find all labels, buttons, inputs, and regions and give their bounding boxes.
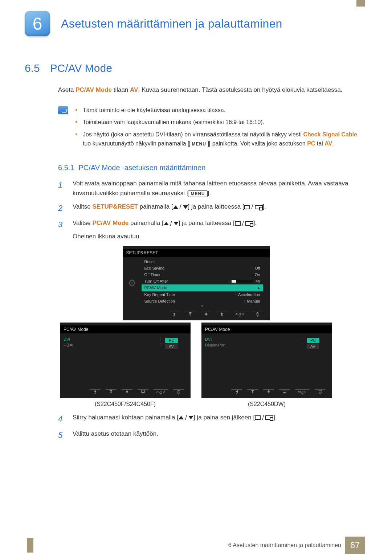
intro-text: Aseta [58,86,75,93]
subsection-number: 6.5.1 [58,164,74,172]
enter-source-icon: / [244,202,263,212]
nav-auto[interactable]: AUTO [154,389,168,395]
note-icon [58,106,68,114]
osd-setup-reset: SETUP&RESET ⚙ Reset Eco Saving: Off Off … [123,246,270,320]
value: On [255,272,260,277]
intro-text: . Kuvaa suurennetaan. Tästä asetuksesta … [138,86,342,93]
option-av[interactable]: AV [165,344,177,349]
note-item: Toimitetaan vain laajakuvamallien mukana… [75,118,367,127]
section-heading: 6.5 PC/AV Mode [25,62,367,74]
label: AUTO [156,390,165,393]
step-number: 5 [58,429,65,442]
nav-up-icon[interactable] [263,389,274,395]
nav-enter-icon[interactable] [279,389,290,395]
enter-source-icon: / [255,413,273,423]
step-text: Valittu asetus otetaan käyttöön. [73,429,367,442]
osd-item-eco-saving[interactable]: Eco Saving: Off [142,265,263,271]
source-dvi[interactable]: DVI [205,336,302,342]
osd-pcav-right: PC/AV Mode DVI: DisplayPort: PC AV [201,323,332,398]
text: ] ja paina laitteessa [ [179,219,235,226]
nav-power-icon[interactable] [252,312,263,317]
nav-up-icon[interactable] [122,389,132,395]
nav-auto[interactable]: AUTO [233,312,247,317]
kw-av: AV [324,140,332,147]
nav-left-icon[interactable] [169,312,180,317]
option-pc[interactable]: PC [307,338,319,343]
label: PC/AV Mode [144,286,167,290]
mode-options: PC AV [165,336,191,386]
osd-item-key-repeat[interactable]: Key Repeat Time: Acceleration [142,291,263,298]
text: ]. [273,414,277,421]
kw-av: AV [130,86,138,93]
kw-pcavmode: PC/AV Mode [93,219,129,226]
step-text: Valitse SETUP&RESET painamalla [/] ja pa… [73,202,367,214]
step-extra: Oheinen ikkuna avautuu. [73,231,367,241]
osd-title: SETUP&RESET [123,249,270,257]
note-item: Jos näyttö (joka on asetettu DVI-tilaan)… [75,130,367,148]
option-pc[interactable]: PC [165,338,178,343]
menu-button-chip: MENU [188,190,207,197]
section-title: PC/AV Mode [50,62,112,74]
label: Turn Off After [144,279,168,283]
nav-power-icon[interactable] [173,389,184,395]
value: Acceleration [238,292,260,297]
note-block: Tämä toiminto ei ole käytettävissä analo… [58,106,367,151]
footer-chapter: 6 Asetusten määrittäminen ja palauttamin… [228,542,345,549]
osd-nav-bar: AUTO [123,309,270,320]
nav-up-icon[interactable] [201,312,212,317]
osd-item-turn-off-after[interactable]: Turn Off After: 4h [142,278,263,284]
nav-left-icon[interactable] [231,389,242,395]
text: Valitse [73,219,93,226]
note-text: Jos näyttö (joka on asetettu DVI-tilaan)… [83,131,303,138]
step-number: 2 [58,202,65,214]
caption-right: (S22C450DW) [201,401,332,407]
text: ]. [208,190,211,197]
step-3: 3 Valitse PC/AV Mode painamalla [/] ja p… [58,218,367,241]
subsection-heading: 6.5.1 PC/AV Mode -asetuksen määrittämine… [58,164,367,172]
text: ] ja paina sen jälkeen [ [193,414,255,421]
nav-down-icon[interactable] [247,389,258,395]
text: painamalla [ [128,219,163,226]
source-hdmi[interactable]: HDMI [64,342,160,348]
text: ]. [253,219,257,226]
nav-left-icon[interactable] [90,389,101,395]
step-4: 4 Siirry haluamaasi kohtaan painamalla [… [58,413,367,425]
chapter-title: Asetusten määrittäminen ja palauttaminen [61,17,282,30]
osd-nav-bar: AUTO [201,387,332,397]
nav-down-icon[interactable] [106,389,117,395]
osd-pcav-left: PC/AV Mode DVI: HDMI: PC AV [60,323,191,398]
nav-power-icon[interactable] [315,389,326,395]
step-5: 5 Valittu asetus otetaan käyttöön. [58,429,367,442]
text: ] ja paina laitteessa [ [188,203,244,210]
step-2: 2 Valitse SETUP&RESET painamalla [/] ja … [58,202,367,214]
page-number: 67 [345,537,365,554]
source-displayport[interactable]: DisplayPort [205,342,302,348]
page: 6 Asetusten määrittäminen ja palauttamin… [0,0,392,442]
osd-item-off-timer[interactable]: Off Timer: On [142,271,263,278]
nav-right-icon[interactable] [217,312,228,317]
osd-item-reset[interactable]: Reset [142,258,263,265]
note-text: tai [315,140,324,147]
note-text: . [332,140,334,147]
steps-list: 1 Voit avata avainoppaan painamalla mitä… [58,178,367,242]
option-av[interactable]: AV [307,344,319,349]
nav-auto[interactable]: AUTO [295,389,310,395]
text: ]. [263,203,266,210]
nav-enter-icon[interactable] [138,389,148,395]
label: Reset [144,259,155,264]
source-dvi[interactable]: DVI [64,336,160,342]
note-text: ]-painiketta. Voit valita joko asetuksen [209,140,307,147]
source-list: DVI: HDMI: [60,336,165,386]
label: Source Detection [144,299,175,303]
note-list: Tämä toiminto ei ole käytettävissä analo… [75,106,367,151]
progress-bar [232,280,253,283]
step-text: Voit avata avainoppaan painamalla mitä t… [73,178,367,198]
nav-down-icon[interactable] [185,312,196,317]
value: Off [255,266,260,270]
osd-item-source-detection[interactable]: Source Detection: Manual [142,298,263,304]
osd-nav-bar: AUTO [60,387,191,397]
osd-item-pcav-mode[interactable]: PC/AV Mode▸ [142,284,263,291]
page-header: 6 Asetusten määrittäminen ja palauttamin… [25,11,367,40]
subsection-title: PC/AV Mode -asetuksen määrittäminen [78,164,205,172]
up-down-icon: / [164,218,179,229]
